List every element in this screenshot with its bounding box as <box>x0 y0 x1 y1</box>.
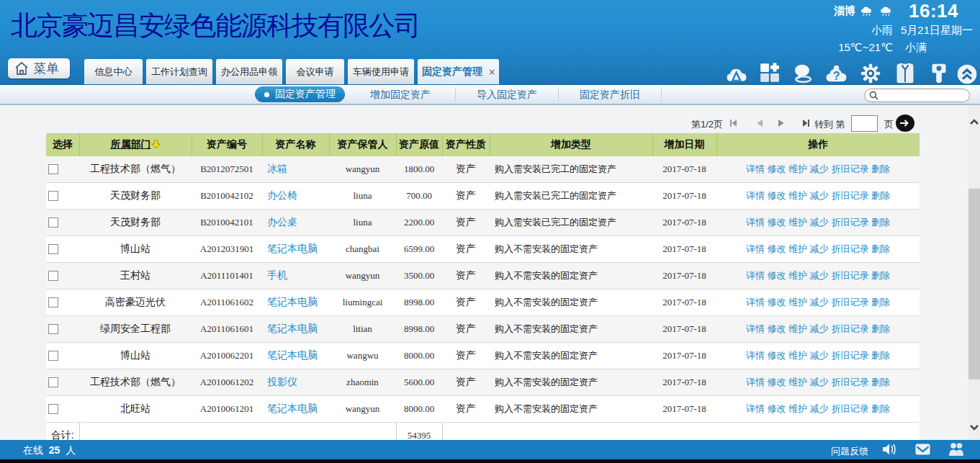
svg-text:?: ? <box>833 69 840 82</box>
